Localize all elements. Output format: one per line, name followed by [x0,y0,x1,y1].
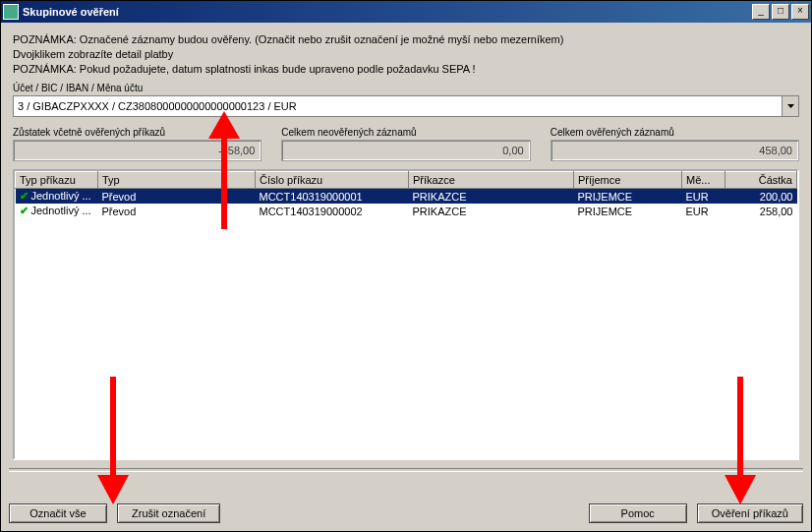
verified-value: 458,00 [551,140,799,161]
unverified-value: 0,00 [281,140,530,161]
window-buttons: _ □ × [750,4,809,20]
svg-marker-0 [787,104,794,108]
account-dropdown-button[interactable] [782,96,798,116]
svg-marker-6 [725,475,756,504]
account-label: Účet / BIC / IBAN / Měna účtu [13,83,799,93]
help-button[interactable]: Pomoc [589,503,687,523]
svg-marker-4 [97,475,129,504]
account-field[interactable] [14,96,782,116]
verified-label: Celkem ověřených záznamů [551,127,799,138]
separator [9,468,803,472]
col-payer[interactable]: Příkazce [409,172,574,189]
mark-all-button[interactable]: Označit vše [9,503,107,523]
app-window: Skupinové ověření _ □ × POZNÁMKA: Označe… [0,0,812,532]
window-title: Skupinové ověření [23,6,750,18]
app-icon [3,4,19,20]
orders-grid[interactable]: Typ příkazu Typ Číslo příkazu Příkazce P… [13,169,799,460]
check-icon: ✔ [20,205,31,217]
chevron-down-icon [787,104,794,108]
check-icon: ✔ [20,190,31,203]
note-line-2: Dvojklikem zobrazíte detail platby [13,47,799,62]
summary-row: Zůstatek včetně ověřených příkazů -458,0… [13,127,799,161]
col-payee[interactable]: Příjemce [574,172,682,189]
col-currency[interactable]: Mě... [682,172,725,189]
table-row[interactable]: ✔Jednotlivý ...PřevodMCCT140319000001PRI… [16,189,797,205]
close-button[interactable]: × [791,4,809,20]
col-type[interactable]: Typ [98,172,256,189]
verify-button[interactable]: Ověření příkazů [697,503,803,523]
balance-value: -458,00 [13,140,261,161]
notes: POZNÁMKA: Označené záznamy budou ověřeny… [13,32,799,77]
table-row[interactable]: ✔Jednotlivý ...PřevodMCCT140319000002PRI… [16,204,797,218]
minimize-button[interactable]: _ [752,4,770,20]
col-order-number[interactable]: Číslo příkazu [256,172,409,189]
button-bar: Označit vše Zrušit označení Pomoc Ověřen… [9,503,803,523]
note-line-3: POZNÁMKA: Pokud požadujete, datum splatn… [13,62,799,77]
grid-header-row: Typ příkazu Typ Číslo příkazu Příkazce P… [16,172,797,189]
balance-label: Zůstatek včetně ověřených příkazů [13,127,261,138]
note-line-1: POZNÁMKA: Označené záznamy budou ověřeny… [13,32,799,47]
unverified-label: Celkem neověřených záznamů [281,127,530,138]
titlebar: Skupinové ověření _ □ × [1,1,811,23]
maximize-button[interactable]: □ [772,4,789,20]
unmark-button[interactable]: Zrušit označení [117,503,220,523]
col-amount[interactable]: Částka [725,172,797,189]
col-order-type[interactable]: Typ příkazu [16,172,98,189]
account-combo[interactable] [13,95,799,117]
